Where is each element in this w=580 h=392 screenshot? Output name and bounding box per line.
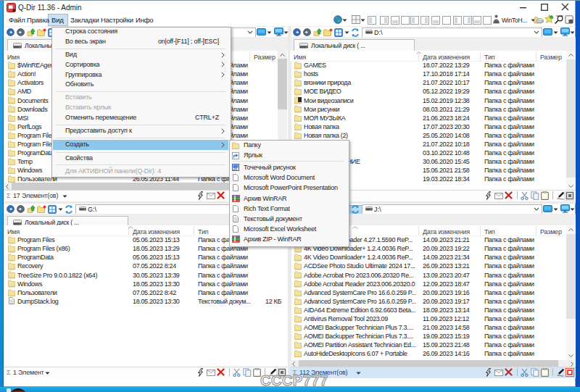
svg-text:STER: STER — [493, 22, 500, 25]
svg-text:zoom: zoom — [556, 14, 563, 17]
svg-text:24: 24 — [233, 167, 238, 171]
